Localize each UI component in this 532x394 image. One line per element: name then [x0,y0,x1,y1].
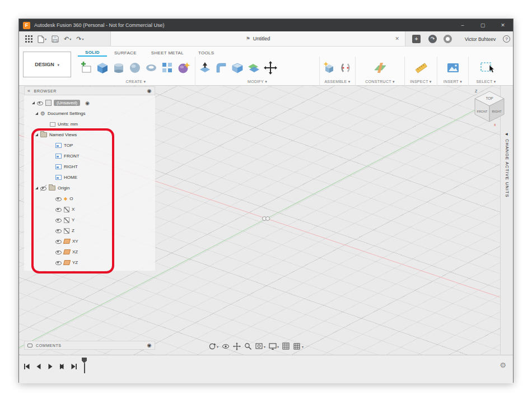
pattern-icon[interactable] [161,61,174,77]
go-to-end-icon[interactable] [71,362,77,372]
pan-icon[interactable] [233,342,241,350]
joint-icon[interactable] [339,61,352,77]
viewcube[interactable]: Z TOP FRONT RIGHT x [467,87,513,134]
visibility-eye-off-icon[interactable] [40,185,46,191]
tab-solid[interactable]: SOLID [78,48,107,57]
assemble-menu[interactable]: ASSEMBLE ▾ [323,80,352,85]
timeline-marker[interactable] [82,358,87,373]
box-icon[interactable] [96,61,109,77]
comments-bar[interactable]: COMMENTS ◉ [24,341,155,350]
viewport[interactable]: « BROWSER ◉ (Unsaved) ◉ ⚙ Document Setti… [19,86,513,355]
browser-item-origin-point[interactable]: ◆ O [24,193,155,204]
zoom-icon[interactable] [244,342,252,350]
change-active-units-link[interactable]: CHANGE ACTIVE UNITS [505,139,510,197]
expand-triangle-icon[interactable] [32,101,35,104]
close-tab-icon[interactable]: ✕ [395,36,399,41]
measure-icon[interactable] [414,61,428,77]
help-button[interactable]: ? [503,35,510,43]
inspect-menu[interactable]: INSPECT ▾ [408,80,434,85]
browser-item-home-view[interactable]: HOME [24,172,155,183]
step-back-icon[interactable] [35,362,42,372]
visibility-eye-icon[interactable] [55,196,62,202]
browser-item-root[interactable]: (Unsaved) ◉ [24,98,155,108]
torus-icon[interactable] [144,61,158,77]
comments-circle-icon[interactable]: ◉ [147,342,152,348]
minimize-button[interactable]: – [452,19,473,31]
form-icon[interactable] [177,61,190,77]
visibility-eye-icon[interactable] [55,217,62,223]
browser-item-y-axis[interactable]: Y [24,215,155,225]
browser-item-z-axis[interactable]: Z [24,225,155,236]
browser-item-xy-plane[interactable]: XY [24,236,155,247]
undo-icon[interactable]: ↶ ▾ [64,35,71,43]
visibility-eye-icon[interactable] [37,100,43,106]
new-tab-button[interactable]: + [412,35,421,43]
construction-plane-icon[interactable] [374,61,387,77]
expand-triangle-icon[interactable] [35,133,38,136]
browser-item-x-axis[interactable]: X [24,204,155,215]
file-menu-icon[interactable]: ▾ [38,35,46,43]
step-forward-icon[interactable] [59,362,66,372]
close-button[interactable]: ✕ [493,19,513,31]
app-launcher-icon[interactable] [25,35,32,43]
maximize-button[interactable]: ▢ [473,19,493,31]
shell-icon[interactable] [231,61,244,77]
select-menu[interactable]: SELECT ▾ [472,80,501,85]
fit-icon[interactable]: ▾ [255,342,265,350]
move-icon[interactable] [263,61,278,77]
insert-image-icon[interactable] [446,61,460,77]
play-icon[interactable] [47,362,54,372]
expand-triangle-icon[interactable] [35,112,38,115]
construct-menu[interactable]: CONSTRUCT ▾ [358,80,402,85]
tab-surface[interactable]: SURFACE [107,49,144,57]
expand-triangle-icon[interactable] [35,187,38,189]
visibility-eye-icon[interactable] [55,206,62,212]
browser-item-document-settings[interactable]: ⚙ Document Settings [24,108,155,119]
orbit-icon[interactable]: ▾ [208,342,218,350]
visibility-eye-icon[interactable] [55,249,62,255]
visibility-eye-icon[interactable] [55,259,62,266]
browser-item-xz-plane[interactable]: XZ [24,247,155,257]
workspace-selector[interactable]: DESIGN ▾ [23,52,71,77]
visibility-eye-icon[interactable] [55,238,62,244]
display-settings-circle-icon[interactable]: ◉ [147,88,152,94]
display-settings-icon[interactable]: ▾ [269,342,279,350]
item-label: HOME [64,175,77,180]
insert-menu[interactable]: INSERT ▾ [440,80,465,85]
grid-icon[interactable] [282,342,290,350]
timeline-settings-gear-icon[interactable]: ⚙ [500,361,506,369]
caret-down-icon: ▾ [277,345,279,349]
browser-item-yz-plane[interactable]: YZ [24,257,155,268]
combine-icon[interactable] [247,61,260,77]
new-component-icon[interactable] [323,61,336,77]
visibility-eye-icon[interactable] [55,228,62,234]
cylinder-icon[interactable] [112,61,125,77]
tab-sheet-metal[interactable]: SHEET METAL [144,49,191,57]
browser-item-right-view[interactable]: RIGHT [24,161,155,172]
sphere-icon[interactable] [128,61,142,77]
browser-item-front-view[interactable]: FRONT [24,151,155,161]
go-to-start-icon[interactable] [24,362,30,372]
browser-header[interactable]: « BROWSER ◉ [24,86,155,95]
browser-item-named-views[interactable]: Named Views [24,129,155,140]
browser-item-top-view[interactable]: TOP [24,140,155,151]
user-account-button[interactable]: Victor Buhteev [465,31,496,47]
grid-settings-icon[interactable]: ▾ [293,342,304,350]
browser-item-origin[interactable]: Origin [24,183,155,193]
modify-menu[interactable]: MODIFY ▾ [198,80,316,85]
redo-icon[interactable]: ↷ ▾ [76,35,83,43]
create-sketch-icon[interactable] [80,61,93,77]
browser-item-units[interactable]: Units: mm [24,119,155,129]
create-menu[interactable]: CREATE ▾ [80,80,192,85]
save-icon[interactable] [52,35,59,43]
look-at-icon[interactable] [222,342,230,350]
activate-component-icon[interactable]: ◉ [85,100,90,106]
item-label: YZ [72,260,78,265]
job-status-icon[interactable]: ↷ [428,35,437,43]
press-pull-icon[interactable] [198,61,212,77]
document-tab[interactable]: ⚑ Untitled ✕ [110,31,405,46]
fillet-icon[interactable] [214,61,228,77]
notification-icon[interactable] [444,35,452,43]
collapse-panel-icon[interactable]: « [27,89,31,93]
tab-tools[interactable]: TOOLS [191,49,221,57]
